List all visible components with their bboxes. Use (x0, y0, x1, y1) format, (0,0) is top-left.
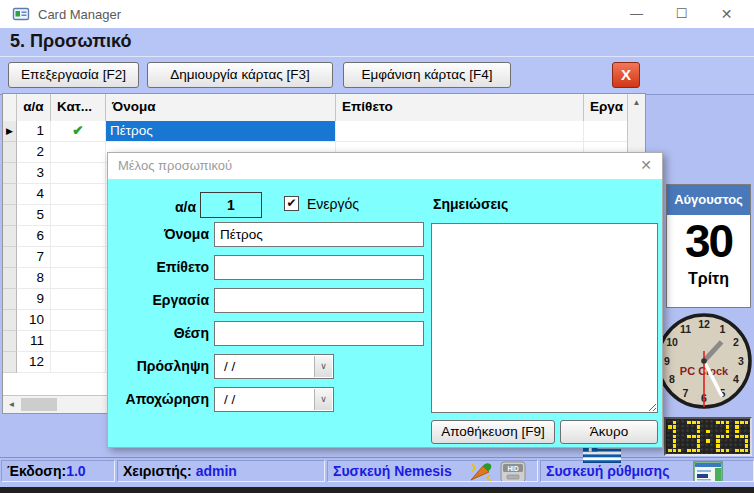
cell-status[interactable] (51, 247, 106, 268)
row-pointer-cell[interactable]: ▶ (3, 121, 17, 142)
row-pointer-cell[interactable] (3, 226, 17, 247)
save-button[interactable]: Αποθήκευση [F9] (431, 420, 555, 444)
led-dot (716, 449, 720, 453)
header-status[interactable]: Κατ... (51, 94, 106, 121)
chevron-down-icon[interactable]: ∨ (314, 356, 332, 377)
id-label: α/α (144, 199, 196, 215)
cell-name[interactable]: Πέτρος (106, 121, 336, 142)
cell-index[interactable]: 7 (17, 247, 51, 268)
svg-text:4: 4 (733, 373, 739, 385)
hire-date-combo[interactable]: / / ∨ (214, 354, 334, 379)
header-name[interactable]: Όνομα (106, 94, 336, 121)
row-pointer-cell[interactable] (3, 163, 17, 184)
led-dot (721, 449, 725, 453)
cell-status[interactable] (51, 352, 106, 373)
cell-index[interactable]: 12 (17, 352, 51, 373)
cell-status[interactable] (51, 289, 106, 310)
status-settings: Συσκευή ρύθμισης (540, 460, 754, 482)
led-dot (726, 430, 730, 434)
led-dot (687, 421, 691, 425)
scroll-left-icon[interactable]: ◄ (3, 396, 20, 413)
led-dot (745, 421, 749, 425)
calendar-month: Αύγουστος (667, 185, 750, 215)
cell-status[interactable] (51, 163, 106, 184)
table-row[interactable]: ▶1✔Πέτρος (3, 121, 627, 142)
minimize-button[interactable]: — (614, 0, 659, 28)
position-input[interactable] (214, 321, 424, 346)
cell-surname[interactable] (336, 121, 584, 142)
cell-index[interactable]: 6 (17, 226, 51, 247)
header-job[interactable]: Εργα (584, 94, 627, 121)
row-pointer-cell[interactable] (3, 247, 17, 268)
edit-button[interactable]: Επεξεργασία [F2] (8, 62, 139, 88)
led-dot (735, 430, 739, 434)
row-pointer-cell[interactable] (3, 184, 17, 205)
row-pointer-cell[interactable] (3, 142, 17, 163)
active-checkbox[interactable]: ✔ (284, 196, 299, 211)
cell-status[interactable] (51, 205, 106, 226)
hire-date-label: Πρόσληψη (108, 358, 209, 374)
cell-index[interactable]: 10 (17, 310, 51, 331)
notes-textarea[interactable] (431, 223, 658, 413)
led-clock (664, 417, 752, 456)
svg-text:9: 9 (664, 355, 670, 367)
close-panel-button[interactable]: X (612, 62, 640, 88)
hid-device-icon: HID (500, 461, 526, 482)
create-card-button[interactable]: Δημιουργία κάρτας [F3] (147, 62, 333, 88)
name-input[interactable] (214, 222, 424, 247)
svg-text:10: 10 (666, 336, 678, 348)
cell-job[interactable] (584, 121, 627, 142)
cell-index[interactable]: 4 (17, 184, 51, 205)
cell-status[interactable] (51, 331, 106, 352)
led-dot (735, 435, 739, 439)
cell-index[interactable]: 11 (17, 331, 51, 352)
cell-index[interactable]: 2 (17, 142, 51, 163)
settings-window-icon (693, 461, 723, 482)
led-dot (706, 430, 710, 434)
header-index[interactable]: α/α (17, 94, 51, 121)
scroll-up-icon[interactable]: ▲ (628, 94, 645, 111)
cancel-button[interactable]: Άκυρο (560, 420, 658, 444)
notes-label: Σημειώσεις (433, 196, 508, 212)
row-pointer-cell[interactable] (3, 205, 17, 226)
cell-index[interactable]: 3 (17, 163, 51, 184)
cell-index[interactable]: 5 (17, 205, 51, 226)
row-pointer-cell[interactable] (3, 331, 17, 352)
cell-status[interactable]: ✔ (51, 121, 106, 142)
cell-status[interactable] (51, 226, 106, 247)
scrollbar-thumb[interactable] (21, 398, 57, 411)
table-header: α/α Κατ... Όνομα Επίθετο Εργα (3, 94, 627, 122)
chevron-down-icon[interactable]: ∨ (314, 389, 332, 410)
cell-status[interactable] (51, 310, 106, 331)
led-dot (740, 435, 744, 439)
row-pointer-cell[interactable] (3, 352, 17, 373)
cell-index[interactable]: 8 (17, 268, 51, 289)
led-dot (697, 439, 701, 443)
staff-member-dialog: Μέλος προσωπικού ✕ α/α 1 ✔ Ενεργός Όνομα… (107, 152, 663, 448)
cell-status[interactable] (51, 142, 106, 163)
cell-status[interactable] (51, 268, 106, 289)
row-pointer-cell[interactable] (3, 289, 17, 310)
show-card-button[interactable]: Εμφάνιση κάρτας [F4] (343, 62, 511, 88)
cell-index[interactable]: 9 (17, 289, 51, 310)
maximize-button[interactable]: ☐ (659, 0, 704, 28)
led-dot (697, 444, 701, 448)
led-dot (697, 430, 701, 434)
cell-index[interactable]: 1 (17, 121, 51, 142)
active-checkbox-label: Ενεργός (307, 196, 359, 212)
header-surname[interactable]: Επίθετο (336, 94, 584, 121)
cell-status[interactable] (51, 184, 106, 205)
row-pointer-cell[interactable] (3, 268, 17, 289)
led-dot (692, 435, 696, 439)
led-dot (740, 449, 744, 453)
close-button[interactable]: ✕ (704, 0, 749, 28)
status-device: Συσκευή Nemesis HID (327, 460, 538, 482)
position-label: Θέση (108, 325, 209, 341)
row-pointer-cell[interactable] (3, 310, 17, 331)
job-input[interactable] (214, 288, 424, 313)
leave-date-combo[interactable]: / / ∨ (214, 387, 334, 412)
svg-text:8: 8 (669, 373, 675, 385)
dialog-close-icon[interactable]: ✕ (640, 157, 652, 173)
card-manager-window: Card Manager — ☐ ✕ 5. Προσωπικό Επεξεργα… (0, 0, 754, 493)
surname-input[interactable] (214, 255, 424, 280)
